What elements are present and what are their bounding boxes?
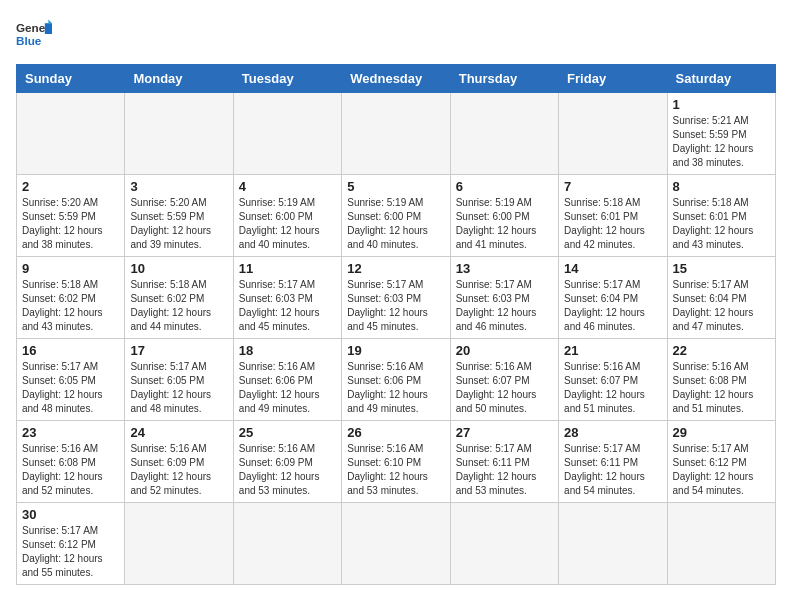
day-info: Sunrise: 5:17 AM Sunset: 6:03 PM Dayligh… <box>239 278 336 334</box>
day-number: 12 <box>347 261 444 276</box>
calendar-cell: 11Sunrise: 5:17 AM Sunset: 6:03 PM Dayli… <box>233 257 341 339</box>
day-number: 13 <box>456 261 553 276</box>
day-number: 25 <box>239 425 336 440</box>
calendar-cell: 22Sunrise: 5:16 AM Sunset: 6:08 PM Dayli… <box>667 339 775 421</box>
calendar-cell: 16Sunrise: 5:17 AM Sunset: 6:05 PM Dayli… <box>17 339 125 421</box>
calendar-cell: 17Sunrise: 5:17 AM Sunset: 6:05 PM Dayli… <box>125 339 233 421</box>
day-number: 9 <box>22 261 119 276</box>
day-info: Sunrise: 5:17 AM Sunset: 6:11 PM Dayligh… <box>564 442 661 498</box>
day-number: 6 <box>456 179 553 194</box>
calendar-cell: 27Sunrise: 5:17 AM Sunset: 6:11 PM Dayli… <box>450 421 558 503</box>
calendar-cell: 14Sunrise: 5:17 AM Sunset: 6:04 PM Dayli… <box>559 257 667 339</box>
day-info: Sunrise: 5:16 AM Sunset: 6:08 PM Dayligh… <box>673 360 770 416</box>
day-number: 10 <box>130 261 227 276</box>
calendar-cell: 4Sunrise: 5:19 AM Sunset: 6:00 PM Daylig… <box>233 175 341 257</box>
calendar-cell: 19Sunrise: 5:16 AM Sunset: 6:06 PM Dayli… <box>342 339 450 421</box>
calendar-table: SundayMondayTuesdayWednesdayThursdayFrid… <box>16 64 776 585</box>
calendar-cell <box>667 503 775 585</box>
day-info: Sunrise: 5:17 AM Sunset: 6:05 PM Dayligh… <box>22 360 119 416</box>
calendar-cell: 10Sunrise: 5:18 AM Sunset: 6:02 PM Dayli… <box>125 257 233 339</box>
calendar-cell: 9Sunrise: 5:18 AM Sunset: 6:02 PM Daylig… <box>17 257 125 339</box>
day-info: Sunrise: 5:20 AM Sunset: 5:59 PM Dayligh… <box>130 196 227 252</box>
day-number: 24 <box>130 425 227 440</box>
day-info: Sunrise: 5:16 AM Sunset: 6:06 PM Dayligh… <box>239 360 336 416</box>
day-number: 7 <box>564 179 661 194</box>
svg-text:Blue: Blue <box>16 34 42 47</box>
day-number: 16 <box>22 343 119 358</box>
calendar-cell: 1Sunrise: 5:21 AM Sunset: 5:59 PM Daylig… <box>667 93 775 175</box>
calendar-week-row: 16Sunrise: 5:17 AM Sunset: 6:05 PM Dayli… <box>17 339 776 421</box>
calendar-cell: 2Sunrise: 5:20 AM Sunset: 5:59 PM Daylig… <box>17 175 125 257</box>
calendar-cell <box>125 503 233 585</box>
calendar-cell: 24Sunrise: 5:16 AM Sunset: 6:09 PM Dayli… <box>125 421 233 503</box>
day-number: 5 <box>347 179 444 194</box>
day-info: Sunrise: 5:16 AM Sunset: 6:07 PM Dayligh… <box>564 360 661 416</box>
calendar-cell: 12Sunrise: 5:17 AM Sunset: 6:03 PM Dayli… <box>342 257 450 339</box>
col-header-monday: Monday <box>125 65 233 93</box>
calendar-cell: 8Sunrise: 5:18 AM Sunset: 6:01 PM Daylig… <box>667 175 775 257</box>
calendar-cell <box>559 93 667 175</box>
day-number: 23 <box>22 425 119 440</box>
calendar-cell: 26Sunrise: 5:16 AM Sunset: 6:10 PM Dayli… <box>342 421 450 503</box>
day-info: Sunrise: 5:17 AM Sunset: 6:04 PM Dayligh… <box>673 278 770 334</box>
day-info: Sunrise: 5:18 AM Sunset: 6:02 PM Dayligh… <box>22 278 119 334</box>
calendar-cell: 3Sunrise: 5:20 AM Sunset: 5:59 PM Daylig… <box>125 175 233 257</box>
calendar-cell <box>450 503 558 585</box>
calendar-week-row: 30Sunrise: 5:17 AM Sunset: 6:12 PM Dayli… <box>17 503 776 585</box>
calendar-cell: 13Sunrise: 5:17 AM Sunset: 6:03 PM Dayli… <box>450 257 558 339</box>
calendar-header-row: SundayMondayTuesdayWednesdayThursdayFrid… <box>17 65 776 93</box>
calendar-cell <box>450 93 558 175</box>
day-info: Sunrise: 5:17 AM Sunset: 6:12 PM Dayligh… <box>673 442 770 498</box>
calendar-cell: 23Sunrise: 5:16 AM Sunset: 6:08 PM Dayli… <box>17 421 125 503</box>
day-info: Sunrise: 5:16 AM Sunset: 6:10 PM Dayligh… <box>347 442 444 498</box>
day-info: Sunrise: 5:16 AM Sunset: 6:09 PM Dayligh… <box>239 442 336 498</box>
calendar-cell: 30Sunrise: 5:17 AM Sunset: 6:12 PM Dayli… <box>17 503 125 585</box>
day-info: Sunrise: 5:16 AM Sunset: 6:07 PM Dayligh… <box>456 360 553 416</box>
day-number: 22 <box>673 343 770 358</box>
day-info: Sunrise: 5:17 AM Sunset: 6:11 PM Dayligh… <box>456 442 553 498</box>
calendar-cell <box>559 503 667 585</box>
calendar-week-row: 1Sunrise: 5:21 AM Sunset: 5:59 PM Daylig… <box>17 93 776 175</box>
calendar-cell <box>342 93 450 175</box>
col-header-saturday: Saturday <box>667 65 775 93</box>
calendar-cell: 28Sunrise: 5:17 AM Sunset: 6:11 PM Dayli… <box>559 421 667 503</box>
day-number: 18 <box>239 343 336 358</box>
day-number: 21 <box>564 343 661 358</box>
calendar-cell <box>233 503 341 585</box>
day-info: Sunrise: 5:16 AM Sunset: 6:06 PM Dayligh… <box>347 360 444 416</box>
day-number: 11 <box>239 261 336 276</box>
calendar-cell: 5Sunrise: 5:19 AM Sunset: 6:00 PM Daylig… <box>342 175 450 257</box>
calendar-cell: 7Sunrise: 5:18 AM Sunset: 6:01 PM Daylig… <box>559 175 667 257</box>
calendar-cell: 18Sunrise: 5:16 AM Sunset: 6:06 PM Dayli… <box>233 339 341 421</box>
page-header: General Blue <box>16 16 776 52</box>
day-info: Sunrise: 5:20 AM Sunset: 5:59 PM Dayligh… <box>22 196 119 252</box>
day-number: 4 <box>239 179 336 194</box>
calendar-cell <box>125 93 233 175</box>
day-number: 30 <box>22 507 119 522</box>
day-info: Sunrise: 5:16 AM Sunset: 6:09 PM Dayligh… <box>130 442 227 498</box>
logo-icon: General Blue <box>16 16 52 52</box>
day-info: Sunrise: 5:19 AM Sunset: 6:00 PM Dayligh… <box>239 196 336 252</box>
calendar-cell: 25Sunrise: 5:16 AM Sunset: 6:09 PM Dayli… <box>233 421 341 503</box>
day-number: 1 <box>673 97 770 112</box>
day-info: Sunrise: 5:17 AM Sunset: 6:03 PM Dayligh… <box>456 278 553 334</box>
col-header-friday: Friday <box>559 65 667 93</box>
day-number: 29 <box>673 425 770 440</box>
day-info: Sunrise: 5:21 AM Sunset: 5:59 PM Dayligh… <box>673 114 770 170</box>
svg-marker-2 <box>45 23 52 34</box>
day-number: 8 <box>673 179 770 194</box>
calendar-cell <box>342 503 450 585</box>
calendar-cell: 6Sunrise: 5:19 AM Sunset: 6:00 PM Daylig… <box>450 175 558 257</box>
day-info: Sunrise: 5:18 AM Sunset: 6:01 PM Dayligh… <box>673 196 770 252</box>
calendar-cell: 15Sunrise: 5:17 AM Sunset: 6:04 PM Dayli… <box>667 257 775 339</box>
day-number: 26 <box>347 425 444 440</box>
calendar-cell: 21Sunrise: 5:16 AM Sunset: 6:07 PM Dayli… <box>559 339 667 421</box>
day-info: Sunrise: 5:17 AM Sunset: 6:04 PM Dayligh… <box>564 278 661 334</box>
calendar-cell: 29Sunrise: 5:17 AM Sunset: 6:12 PM Dayli… <box>667 421 775 503</box>
day-number: 20 <box>456 343 553 358</box>
day-info: Sunrise: 5:18 AM Sunset: 6:01 PM Dayligh… <box>564 196 661 252</box>
col-header-thursday: Thursday <box>450 65 558 93</box>
day-number: 27 <box>456 425 553 440</box>
calendar-cell <box>17 93 125 175</box>
day-info: Sunrise: 5:17 AM Sunset: 6:12 PM Dayligh… <box>22 524 119 580</box>
